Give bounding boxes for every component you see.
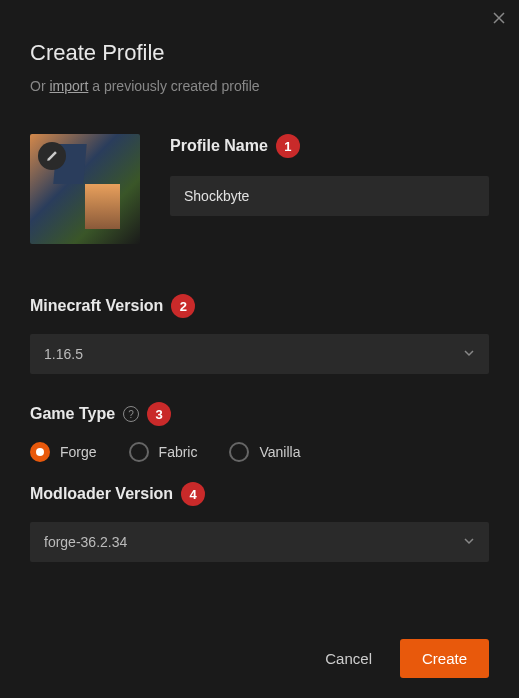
edit-image-button[interactable] <box>38 142 66 170</box>
create-button[interactable]: Create <box>400 639 489 678</box>
minecraft-version-label: Minecraft Version <box>30 297 163 315</box>
badge-1: 1 <box>276 134 300 158</box>
radio-label-vanilla: Vanilla <box>259 444 300 460</box>
subtitle: Or import a previously created profile <box>30 78 489 94</box>
subtitle-prefix: Or <box>30 78 49 94</box>
radio-icon <box>129 442 149 462</box>
chevron-down-icon <box>463 346 475 362</box>
badge-4: 4 <box>181 482 205 506</box>
radio-label-fabric: Fabric <box>159 444 198 460</box>
radio-icon <box>229 442 249 462</box>
minecraft-version-dropdown[interactable]: 1.16.5 <box>30 334 489 374</box>
profile-name-input[interactable] <box>170 176 489 216</box>
profile-image[interactable] <box>30 134 140 244</box>
game-type-radios: Forge Fabric Vanilla <box>30 442 489 462</box>
page-title: Create Profile <box>30 40 489 66</box>
modloader-version-dropdown[interactable]: forge-36.2.34 <box>30 522 489 562</box>
radio-vanilla[interactable]: Vanilla <box>229 442 300 462</box>
radio-forge[interactable]: Forge <box>30 442 97 462</box>
radio-icon <box>30 442 50 462</box>
game-type-label: Game Type <box>30 405 115 423</box>
chevron-down-icon <box>463 534 475 550</box>
subtitle-suffix: a previously created profile <box>88 78 259 94</box>
close-icon[interactable] <box>491 10 507 26</box>
modloader-version-value: forge-36.2.34 <box>44 534 127 550</box>
pencil-icon <box>45 149 59 163</box>
radio-label-forge: Forge <box>60 444 97 460</box>
badge-2: 2 <box>171 294 195 318</box>
help-icon[interactable]: ? <box>123 406 139 422</box>
cancel-button[interactable]: Cancel <box>313 640 384 677</box>
profile-name-label: Profile Name <box>170 137 268 155</box>
import-link[interactable]: import <box>49 78 88 94</box>
badge-3: 3 <box>147 402 171 426</box>
radio-fabric[interactable]: Fabric <box>129 442 198 462</box>
minecraft-version-value: 1.16.5 <box>44 346 83 362</box>
modloader-version-label: Modloader Version <box>30 485 173 503</box>
